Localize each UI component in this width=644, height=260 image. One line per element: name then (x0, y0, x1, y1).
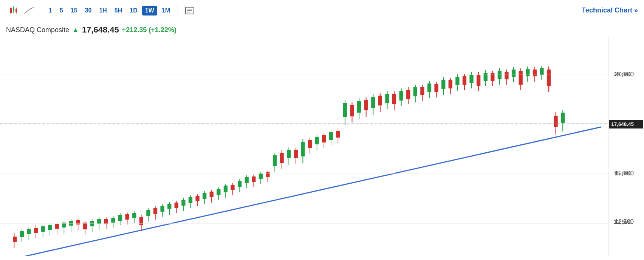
svg-rect-110 (350, 105, 354, 116)
svg-rect-116 (371, 97, 375, 108)
svg-rect-114 (364, 100, 368, 110)
svg-rect-146 (477, 75, 480, 86)
svg-rect-112 (357, 101, 361, 113)
svg-rect-122 (392, 94, 396, 104)
svg-rect-96 (301, 142, 305, 156)
svg-rect-82 (252, 176, 255, 182)
interval-1[interactable]: 1 (46, 6, 55, 15)
svg-rect-50 (139, 217, 143, 225)
svg-rect-144 (469, 75, 473, 83)
price-change: +212.35 (+1.22%) (122, 26, 176, 34)
svg-text:15,000: 15,000 (613, 170, 631, 176)
svg-rect-52 (146, 210, 150, 216)
svg-rect-74 (224, 186, 228, 192)
candlestick-chart-icon[interactable] (6, 3, 20, 18)
svg-rect-56 (160, 206, 164, 212)
svg-rect-170 (561, 113, 565, 123)
svg-rect-98 (308, 140, 312, 148)
svg-rect-72 (217, 189, 220, 195)
svg-rect-156 (512, 70, 516, 77)
toolbar: 1 5 15 30 1H 5H 1D 1W 1M Technical Chart… (0, 0, 644, 21)
svg-rect-22 (41, 226, 45, 232)
svg-rect-166 (547, 70, 551, 86)
svg-rect-100 (315, 137, 319, 144)
svg-rect-38 (97, 219, 101, 224)
candles-group-mid (203, 171, 270, 204)
line-chart-icon[interactable] (22, 3, 36, 18)
interval-5[interactable]: 5 (57, 6, 66, 15)
candles-group-upper-mid (273, 128, 340, 172)
svg-rect-62 (181, 200, 185, 206)
svg-rect-46 (125, 214, 129, 220)
svg-rect-86 (266, 172, 269, 177)
svg-text:17,648.45: 17,648.45 (611, 121, 634, 127)
svg-rect-14 (13, 237, 17, 242)
svg-rect-48 (132, 213, 136, 218)
price-arrow-up: ▲ (72, 26, 79, 34)
svg-rect-0 (10, 8, 12, 13)
interval-1d[interactable]: 1D (127, 6, 140, 15)
svg-rect-168 (554, 116, 557, 127)
svg-rect-130 (420, 87, 424, 95)
svg-rect-164 (540, 68, 543, 75)
svg-rect-30 (69, 221, 73, 226)
svg-rect-20 (34, 228, 38, 233)
separator-1 (41, 5, 41, 16)
index-name: NASDAQ Composite (6, 26, 69, 34)
svg-rect-136 (441, 80, 445, 89)
svg-rect-140 (455, 77, 459, 85)
svg-rect-64 (189, 197, 192, 203)
svg-rect-16 (20, 231, 24, 237)
svg-rect-80 (245, 177, 249, 183)
svg-rect-44 (118, 215, 122, 221)
svg-rect-54 (153, 208, 157, 214)
svg-rect-88 (273, 155, 277, 166)
interval-30[interactable]: 30 (82, 6, 95, 15)
interval-1h[interactable]: 1H (96, 6, 110, 15)
technical-chart-link[interactable]: Technical Chart » (582, 6, 638, 14)
chart-area: 20,000 15,000 12,500 (0, 36, 644, 256)
svg-rect-60 (175, 203, 178, 208)
svg-rect-150 (491, 73, 494, 81)
candles-group-old (13, 218, 80, 248)
svg-rect-84 (259, 173, 263, 179)
news-icon[interactable] (183, 3, 197, 18)
interval-1w[interactable]: 1W (142, 6, 157, 15)
svg-rect-108 (343, 103, 347, 117)
svg-rect-128 (413, 87, 417, 96)
interval-15[interactable]: 15 (68, 6, 80, 15)
svg-rect-158 (519, 71, 522, 85)
svg-rect-134 (434, 84, 438, 92)
svg-rect-154 (505, 72, 508, 79)
svg-rect-104 (329, 132, 333, 140)
interval-5h[interactable]: 5H (111, 6, 125, 15)
candlestick-chart-svg: 20,000 15,000 12,500 (0, 36, 644, 256)
svg-rect-90 (280, 153, 283, 163)
svg-rect-6 (15, 9, 17, 12)
svg-rect-26 (55, 224, 59, 229)
svg-rect-118 (378, 96, 382, 105)
svg-rect-152 (498, 71, 502, 79)
svg-rect-92 (287, 150, 291, 158)
svg-rect-78 (238, 181, 242, 187)
chart-header: NASDAQ Composite ▲ 17,648.45 +212.35 (+1… (0, 21, 644, 36)
svg-rect-106 (336, 131, 340, 138)
svg-rect-142 (463, 76, 466, 85)
svg-rect-120 (385, 94, 389, 103)
candles-group-rising (139, 194, 200, 231)
interval-1m[interactable]: 1M (159, 6, 173, 15)
svg-rect-28 (62, 223, 66, 228)
svg-rect-160 (526, 69, 529, 76)
svg-rect-42 (111, 218, 115, 223)
svg-rect-138 (449, 80, 452, 88)
svg-rect-66 (195, 196, 199, 201)
svg-rect-3 (13, 8, 14, 11)
svg-text:12,500: 12,500 (613, 218, 631, 225)
current-price: 17,648.45 (82, 25, 119, 35)
svg-rect-94 (294, 150, 298, 158)
svg-rect-24 (48, 225, 52, 230)
svg-rect-18 (27, 229, 31, 234)
svg-rect-76 (231, 185, 234, 190)
svg-rect-58 (167, 204, 171, 209)
svg-rect-70 (210, 192, 214, 197)
